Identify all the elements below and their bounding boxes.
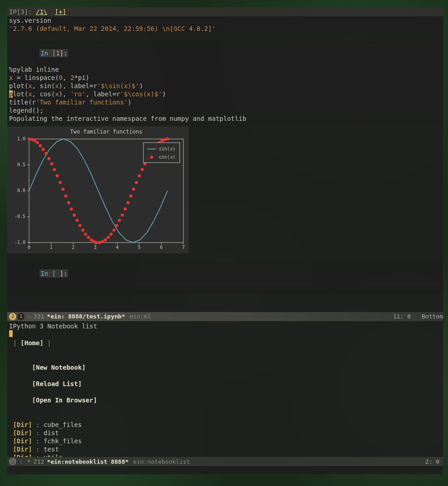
svg-rect-79 — [143, 143, 180, 163]
svg-point-34 — [42, 148, 45, 151]
cell-2[interactable]: In [ ]: — [7, 261, 443, 294]
svg-point-68 — [138, 174, 141, 177]
text-cursor — [9, 330, 13, 337]
svg-text:3: 3 — [94, 245, 97, 250]
cell-in-prompt: In [1]: — [39, 49, 68, 57]
svg-point-36 — [47, 157, 50, 160]
nblist-title: IPython 3 Notebook list — [9, 322, 441, 330]
svg-text:0.5: 0.5 — [17, 162, 25, 167]
svg-point-33 — [39, 144, 42, 147]
svg-point-49 — [84, 233, 87, 236]
buffer-name: *ein:notebooklist 8888* — [47, 458, 128, 465]
major-mode: ein:notebooklist — [133, 458, 190, 465]
output-line: '2.7.6 (default, Mar 22 2014, 22:59:56) … — [9, 25, 441, 33]
svg-point-59 — [113, 228, 116, 232]
svg-point-60 — [115, 224, 118, 227]
dir-name[interactable]: fchk_files — [44, 437, 82, 445]
svg-point-47 — [79, 224, 82, 227]
svg-point-55 — [101, 240, 104, 243]
svg-point-57 — [107, 236, 110, 239]
svg-text:-1.0: -1.0 — [15, 240, 25, 245]
cursor-position: 2: 0 — [425, 458, 439, 465]
svg-point-58 — [109, 233, 113, 236]
svg-text:6: 6 — [160, 245, 162, 250]
svg-point-44 — [70, 207, 73, 210]
svg-point-77 — [163, 138, 166, 141]
dir-link[interactable]: [Dir] — [13, 454, 32, 457]
minibuffer[interactable] — [7, 466, 443, 474]
svg-point-30 — [30, 138, 34, 141]
svg-point-51 — [89, 238, 93, 242]
cell-1[interactable]: In [1]: %pylab inline x = linspace(0, 2*… — [7, 41, 443, 123]
svg-point-46 — [75, 218, 79, 222]
svg-point-41 — [61, 188, 64, 191]
code-line[interactable]: x = linspace(0, 2*pi) — [9, 74, 441, 82]
svg-point-69 — [141, 168, 144, 171]
code-line[interactable]: legend(); — [9, 106, 441, 114]
svg-text:0.0: 0.0 — [17, 188, 25, 193]
svg-text:5: 5 — [138, 245, 141, 250]
dir-name[interactable]: dist — [44, 429, 59, 436]
open-in-browser-button[interactable]: [Open In Browser] — [32, 397, 97, 404]
buffer-name: *ein: 8888/test.ipynb* — [47, 313, 125, 320]
svg-text:Two familiar functions: Two familiar functions — [70, 129, 143, 135]
dir-link[interactable]: [Dir] — [13, 446, 32, 453]
code-line[interactable]: %pylab inline — [9, 65, 441, 74]
svg-point-37 — [50, 162, 54, 165]
worksheet-tabbar: IP[3]: /1\ [+] — [7, 7, 443, 16]
svg-point-43 — [67, 201, 70, 204]
notebook-pane[interactable]: sys.version '2.7.6 (default, Mar 22 2014… — [7, 16, 443, 312]
svg-point-29 — [28, 138, 31, 141]
svg-point-56 — [104, 238, 107, 242]
dir-link[interactable]: [Dir] — [13, 429, 32, 436]
svg-point-52 — [93, 240, 96, 243]
cell-stdout: Populating the interactive namespace fro… — [9, 114, 441, 123]
svg-text:4: 4 — [116, 245, 118, 250]
svg-text:0: 0 — [28, 245, 30, 250]
worksheet-prefix: IP[3]: — [9, 8, 32, 15]
output-line: sys.version — [9, 16, 441, 25]
svg-point-38 — [53, 168, 56, 171]
buffer-number-icon: 1 — [17, 313, 25, 320]
svg-point-31 — [33, 139, 36, 142]
svg-point-48 — [81, 228, 84, 232]
code-line[interactable]: plot(x, cos(x), 'ro', label=r'$\cos(x)$'… — [9, 90, 441, 98]
worksheet-add-tab[interactable]: [+] — [55, 8, 66, 15]
svg-point-82 — [150, 156, 153, 159]
cursor-position: 11: 0 — [393, 313, 411, 320]
svg-point-78 — [166, 138, 169, 141]
modeline-top: 2 1 – 331 *ein: 8888/test.ipynb* ein:ml … — [7, 312, 443, 321]
svg-point-32 — [36, 141, 39, 144]
svg-text:7: 7 — [182, 245, 185, 250]
dir-name[interactable]: cube_files — [44, 421, 82, 428]
worksheet-current-tab[interactable]: /1\ — [36, 8, 47, 15]
dir-link[interactable]: [Dir] — [13, 421, 32, 428]
reload-list-button[interactable]: [Reload List] — [32, 380, 82, 387]
svg-point-62 — [121, 213, 124, 217]
home-link[interactable]: [Home] — [20, 339, 44, 347]
major-mode: ein:ml — [130, 313, 151, 320]
svg-text:2: 2 — [72, 245, 74, 250]
svg-text:1: 1 — [50, 245, 53, 250]
window-number-icon: 2 — [9, 458, 16, 465]
dir-name[interactable]: test — [44, 446, 59, 453]
cell-0-output: sys.version '2.7.6 (default, Mar 22 2014… — [7, 16, 443, 33]
svg-point-45 — [73, 213, 76, 217]
notebooklist-pane[interactable]: IPython 3 Notebook list | [Home] | [New … — [7, 321, 443, 457]
svg-point-53 — [95, 241, 98, 244]
svg-text:sin(x): sin(x) — [159, 146, 175, 151]
svg-point-40 — [59, 181, 62, 184]
new-notebook-button[interactable]: [New Notebook] — [32, 364, 86, 371]
svg-point-64 — [127, 201, 130, 204]
window-number-icon: 2 — [9, 313, 16, 320]
scroll-position: Bottom — [422, 313, 443, 320]
plot-output: 01234567-1.0-0.50.00.51.0Two familiar fu… — [7, 126, 189, 253]
svg-point-35 — [44, 152, 48, 155]
buffer-number-icon: 2 — [17, 458, 25, 465]
dir-link[interactable]: [Dir] — [13, 437, 32, 445]
svg-point-42 — [64, 194, 68, 198]
code-line[interactable]: plot(x, sin(x), label=r'$\sin(x)$') — [9, 82, 441, 90]
dir-name[interactable]: utils — [44, 454, 63, 457]
svg-text:cos(x): cos(x) — [159, 154, 175, 159]
code-line[interactable]: title(r'Two familiar functions') — [9, 98, 441, 106]
